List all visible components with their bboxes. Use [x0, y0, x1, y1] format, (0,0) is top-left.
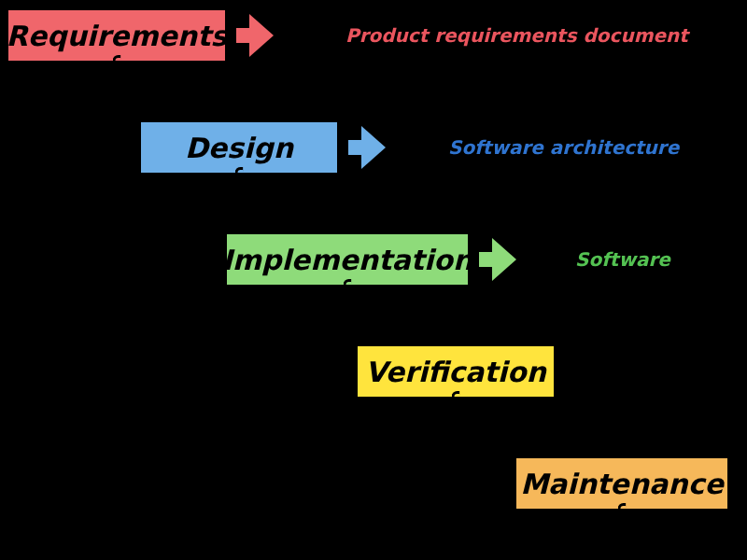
stage-requirements: Requirements — [6, 7, 228, 63]
stage-implementation: Implementation — [224, 231, 471, 287]
output-requirements: Product requirements document — [345, 24, 688, 47]
stage-maintenance: Maintenance — [514, 455, 730, 511]
stage-label: Design — [185, 132, 293, 164]
stage-design: Design — [138, 119, 340, 175]
output-implementation: Software — [575, 248, 670, 271]
stage-label: Maintenance — [520, 468, 724, 500]
stage-verification: Verification — [355, 343, 557, 399]
stage-label: Verification — [365, 356, 546, 388]
waterfall-diagram: Requirements Product requirements docume… — [0, 0, 747, 560]
stage-label: Implementation — [222, 244, 473, 276]
output-design: Software architecture — [448, 136, 679, 159]
stage-label: Requirements — [7, 20, 228, 52]
